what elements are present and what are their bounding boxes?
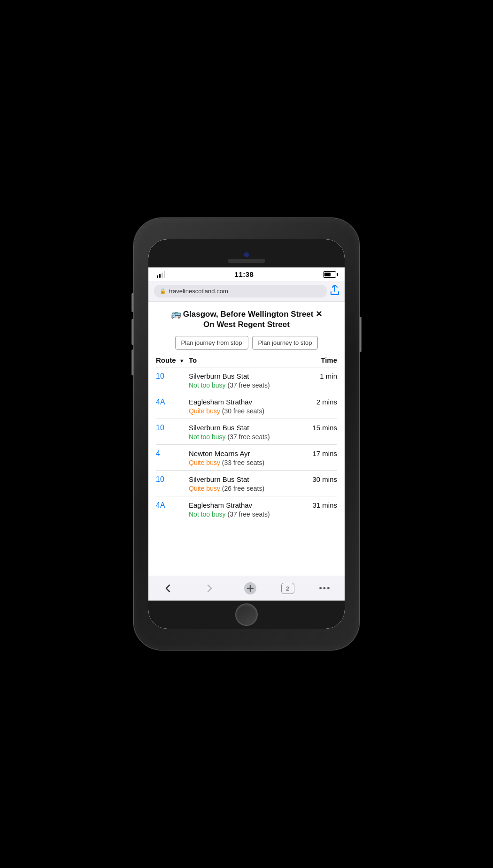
plan-from-stop-button[interactable]: Plan journey from stop [175,336,248,350]
free-seats-3: (33 free seats) [220,459,264,466]
route-number-5[interactable]: 4A [156,501,189,510]
share-button[interactable] [331,285,339,297]
signal-bar-3 [162,273,163,278]
departure-time-3: 17 mins [300,449,337,457]
speaker [228,259,265,263]
departure-row: 4A Eaglesham Strathav 2 mins Quite busy … [156,393,337,419]
col-to-header: To [189,356,300,364]
journey-buttons: Plan journey from stop Plan journey to s… [156,336,337,350]
route-number-4[interactable]: 10 [156,475,189,484]
browser-content: 🚌 Glasgow, Before Wellington Street ✕ On… [148,302,345,576]
destination-3: Newton Mearns Ayr [189,449,300,457]
departure-main-2: 10 Silverburn Bus Stat 15 mins [156,424,337,432]
power-button[interactable] [360,317,362,352]
table-header: Route ▼ To Time [156,356,337,367]
home-button[interactable] [235,603,258,626]
departure-time-5: 31 mins [300,501,337,509]
tab-count[interactable]: 2 [281,583,294,594]
departure-row: 10 Silverburn Bus Stat 15 mins Not too b… [156,419,337,445]
url-bar[interactable]: 🔒 travelinescotland.com [154,285,327,297]
back-button[interactable] [158,580,178,597]
bottom-bezel [148,601,345,629]
route-number-1[interactable]: 4A [156,398,189,406]
departure-row: 10 Silverburn Bus Stat 1 min Not too bus… [156,367,337,393]
free-seats-2: (37 free seats) [226,433,270,441]
browser-nav: 2 ••• [148,576,345,601]
url-text: travelinescotland.com [169,288,228,295]
volume-up-button[interactable] [131,319,133,345]
departure-time-2: 15 mins [300,424,337,432]
departure-main-0: 10 Silverburn Bus Stat 1 min [156,372,337,381]
departure-sub-5: Not too busy (37 free seats) [156,510,337,518]
route-number-0[interactable]: 10 [156,372,189,381]
route-number-3[interactable]: 4 [156,449,189,458]
col-time-header: Time [300,356,337,364]
destination-0: Silverburn Bus Stat [189,372,300,380]
busy-status-3: Quite busy [189,459,220,466]
battery-icon [323,271,336,278]
top-bezel [148,239,345,267]
route-number-2[interactable]: 10 [156,424,189,432]
departure-main-4: 10 Silverburn Bus Stat 30 mins [156,475,337,484]
departure-row: 4 Newton Mearns Ayr 17 mins Quite busy (… [156,445,337,471]
phone-frame: 11:38 🔒 travelinescotland.com [134,218,359,650]
camera [244,252,249,257]
departure-sub-0: Not too busy (37 free seats) [156,381,337,389]
departure-sub-3: Quite busy (33 free seats) [156,459,337,466]
status-bar: 11:38 [148,267,345,281]
stop-header: 🚌 Glasgow, Before Wellington Street ✕ On… [156,308,337,329]
volume-down-button[interactable] [131,350,133,375]
departure-sub-4: Quite busy (26 free seats) [156,485,337,492]
destination-2: Silverburn Bus Stat [189,424,300,432]
lock-icon: 🔒 [160,288,166,294]
departure-row: 10 Silverburn Bus Stat 30 mins Quite bus… [156,471,337,496]
signal-bars [157,271,165,278]
destination-1: Eaglesham Strathav [189,398,300,406]
plan-to-stop-button[interactable]: Plan journey to stop [252,336,318,350]
status-time: 11:38 [235,270,254,278]
phone-screen: 11:38 🔒 travelinescotland.com [148,239,345,629]
free-seats-5: (37 free seats) [226,510,270,518]
departure-sub-2: Not too busy (37 free seats) [156,433,337,441]
departure-time-0: 1 min [300,372,337,380]
departure-time-4: 30 mins [300,475,337,483]
add-tab-button[interactable] [240,580,261,597]
bus-icon: 🚌 [171,308,181,320]
stop-title-line1: Glasgow, Before Wellington Street ✕ [183,309,322,320]
departures-list: 10 Silverburn Bus Stat 1 min Not too bus… [156,367,337,522]
destination-4: Silverburn Bus Stat [189,475,300,483]
busy-status-0: Not too busy [189,381,226,389]
busy-status-1: Quite busy [189,407,220,415]
col-route-header: Route ▼ [156,356,189,364]
more-button[interactable]: ••• [315,580,335,597]
busy-status-4: Quite busy [189,485,220,492]
status-right [323,271,336,278]
stop-subtitle: On West Regent Street [156,320,337,329]
free-seats-1: (30 free seats) [220,407,264,415]
destination-5: Eaglesham Strathav [189,501,300,509]
signal-bar-1 [157,275,158,278]
filter-icon[interactable]: ▼ [179,358,185,364]
departure-main-5: 4A Eaglesham Strathav 31 mins [156,501,337,510]
battery-fill [324,273,331,276]
stop-title: 🚌 Glasgow, Before Wellington Street ✕ [156,308,337,320]
departure-time-1: 2 mins [300,398,337,406]
status-left [157,271,165,278]
signal-bar-4 [164,271,165,278]
departure-sub-1: Quite busy (30 free seats) [156,407,337,415]
free-seats-0: (37 free seats) [226,381,270,389]
departure-main-1: 4A Eaglesham Strathav 2 mins [156,398,337,406]
browser-bar: 🔒 travelinescotland.com [148,281,345,302]
busy-status-5: Not too busy [189,510,226,518]
signal-bar-2 [159,274,161,278]
free-seats-4: (26 free seats) [220,485,264,492]
departure-main-3: 4 Newton Mearns Ayr 17 mins [156,449,337,458]
departure-row: 4A Eaglesham Strathav 31 mins Not too bu… [156,496,337,522]
busy-status-2: Not too busy [189,433,226,441]
forward-button[interactable] [199,580,220,597]
